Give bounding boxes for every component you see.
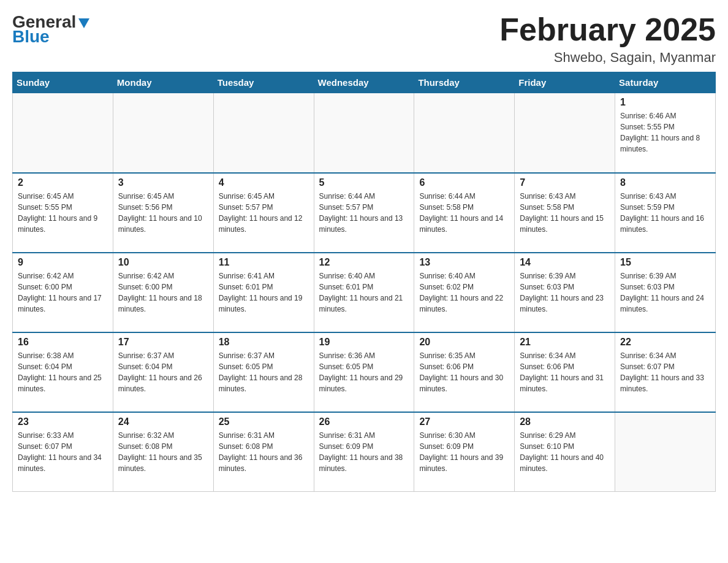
calendar-header-row: Sunday Monday Tuesday Wednesday Thursday… [13, 72, 716, 93]
table-row: 16Sunrise: 6:38 AMSunset: 6:04 PMDayligh… [13, 332, 113, 412]
page-header: General Blue February 2025 Shwebo, Sagai… [12, 12, 716, 66]
day-number: 12 [319, 257, 409, 268]
day-info: Sunrise: 6:45 AMSunset: 5:57 PMDaylight:… [219, 191, 309, 235]
table-row: 17Sunrise: 6:37 AMSunset: 6:04 PMDayligh… [113, 332, 213, 412]
table-row: 6Sunrise: 6:44 AMSunset: 5:58 PMDaylight… [414, 173, 515, 253]
day-number: 9 [18, 257, 108, 268]
table-row: 18Sunrise: 6:37 AMSunset: 6:05 PMDayligh… [213, 332, 314, 412]
table-row: 23Sunrise: 6:33 AMSunset: 6:07 PMDayligh… [13, 412, 113, 492]
table-row: 26Sunrise: 6:31 AMSunset: 6:09 PMDayligh… [314, 412, 414, 492]
day-info: Sunrise: 6:39 AMSunset: 6:03 PMDaylight:… [620, 270, 710, 315]
col-saturday: Saturday [615, 72, 716, 93]
day-number: 2 [18, 177, 108, 188]
day-info: Sunrise: 6:29 AMSunset: 6:10 PMDaylight:… [520, 430, 610, 474]
table-row: 1Sunrise: 6:46 AMSunset: 5:55 PMDaylight… [615, 93, 716, 173]
day-number: 1 [620, 97, 710, 108]
day-number: 19 [319, 337, 409, 348]
table-row: 9Sunrise: 6:42 AMSunset: 6:00 PMDaylight… [13, 253, 113, 332]
day-number: 13 [419, 257, 509, 268]
day-info: Sunrise: 6:34 AMSunset: 6:06 PMDaylight:… [520, 350, 610, 394]
day-info: Sunrise: 6:44 AMSunset: 5:58 PMDaylight:… [419, 191, 509, 235]
day-info: Sunrise: 6:40 AMSunset: 6:01 PMDaylight:… [319, 270, 409, 315]
day-info: Sunrise: 6:34 AMSunset: 6:07 PMDaylight:… [620, 350, 710, 394]
location-subtitle: Shwebo, Sagain, Myanmar [499, 50, 716, 66]
day-number: 22 [620, 337, 710, 348]
table-row: 3Sunrise: 6:45 AMSunset: 5:56 PMDaylight… [113, 173, 213, 253]
day-info: Sunrise: 6:35 AMSunset: 6:06 PMDaylight:… [419, 350, 509, 394]
day-number: 15 [620, 257, 710, 268]
day-number: 21 [520, 337, 610, 348]
day-info: Sunrise: 6:30 AMSunset: 6:09 PMDaylight:… [419, 430, 509, 474]
table-row [213, 93, 314, 173]
table-row: 20Sunrise: 6:35 AMSunset: 6:06 PMDayligh… [414, 332, 515, 412]
day-number: 5 [319, 177, 409, 188]
day-info: Sunrise: 6:41 AMSunset: 6:01 PMDaylight:… [219, 270, 309, 315]
day-number: 18 [219, 337, 309, 348]
day-info: Sunrise: 6:37 AMSunset: 6:05 PMDaylight:… [219, 350, 309, 394]
col-wednesday: Wednesday [314, 72, 414, 93]
day-info: Sunrise: 6:43 AMSunset: 5:59 PMDaylight:… [620, 191, 710, 235]
table-row: 7Sunrise: 6:43 AMSunset: 5:58 PMDaylight… [515, 173, 615, 253]
table-row: 15Sunrise: 6:39 AMSunset: 6:03 PMDayligh… [615, 253, 716, 332]
table-row: 13Sunrise: 6:40 AMSunset: 6:02 PMDayligh… [414, 253, 515, 332]
day-info: Sunrise: 6:37 AMSunset: 6:04 PMDaylight:… [118, 350, 208, 394]
table-row: 4Sunrise: 6:45 AMSunset: 5:57 PMDaylight… [213, 173, 314, 253]
col-thursday: Thursday [414, 72, 515, 93]
table-row: 21Sunrise: 6:34 AMSunset: 6:06 PMDayligh… [515, 332, 615, 412]
table-row: 14Sunrise: 6:39 AMSunset: 6:03 PMDayligh… [515, 253, 615, 332]
day-number: 10 [118, 257, 208, 268]
day-number: 7 [520, 177, 610, 188]
logo: General Blue [12, 12, 91, 47]
day-info: Sunrise: 6:31 AMSunset: 6:09 PMDaylight:… [319, 430, 409, 474]
day-number: 23 [18, 416, 108, 427]
day-number: 8 [620, 177, 710, 188]
day-number: 20 [419, 337, 509, 348]
day-number: 4 [219, 177, 309, 188]
table-row: 27Sunrise: 6:30 AMSunset: 6:09 PMDayligh… [414, 412, 515, 492]
day-info: Sunrise: 6:36 AMSunset: 6:05 PMDaylight:… [319, 350, 409, 394]
table-row: 22Sunrise: 6:34 AMSunset: 6:07 PMDayligh… [615, 332, 716, 412]
col-monday: Monday [113, 72, 213, 93]
day-info: Sunrise: 6:38 AMSunset: 6:04 PMDaylight:… [18, 350, 108, 394]
day-info: Sunrise: 6:42 AMSunset: 6:00 PMDaylight:… [18, 270, 108, 315]
table-row [515, 93, 615, 173]
table-row: 25Sunrise: 6:31 AMSunset: 6:08 PMDayligh… [213, 412, 314, 492]
day-number: 3 [118, 177, 208, 188]
day-info: Sunrise: 6:46 AMSunset: 5:55 PMDaylight:… [620, 110, 710, 155]
table-row: 5Sunrise: 6:44 AMSunset: 5:57 PMDaylight… [314, 173, 414, 253]
day-info: Sunrise: 6:44 AMSunset: 5:57 PMDaylight:… [319, 191, 409, 235]
table-row [414, 93, 515, 173]
day-info: Sunrise: 6:32 AMSunset: 6:08 PMDaylight:… [118, 430, 208, 474]
col-tuesday: Tuesday [213, 72, 314, 93]
day-info: Sunrise: 6:45 AMSunset: 5:55 PMDaylight:… [18, 191, 108, 235]
logo-triangle-icon [77, 16, 91, 29]
day-number: 11 [219, 257, 309, 268]
day-number: 27 [419, 416, 509, 427]
table-row [314, 93, 414, 173]
month-title: February 2025 [499, 12, 716, 47]
day-info: Sunrise: 6:31 AMSunset: 6:08 PMDaylight:… [219, 430, 309, 474]
day-info: Sunrise: 6:43 AMSunset: 5:58 PMDaylight:… [520, 191, 610, 235]
col-friday: Friday [515, 72, 615, 93]
day-number: 17 [118, 337, 208, 348]
logo-blue-text: Blue [12, 27, 50, 47]
day-info: Sunrise: 6:45 AMSunset: 5:56 PMDaylight:… [118, 191, 208, 235]
table-row: 10Sunrise: 6:42 AMSunset: 6:00 PMDayligh… [113, 253, 213, 332]
day-number: 26 [319, 416, 409, 427]
table-row: 8Sunrise: 6:43 AMSunset: 5:59 PMDaylight… [615, 173, 716, 253]
table-row: 11Sunrise: 6:41 AMSunset: 6:01 PMDayligh… [213, 253, 314, 332]
day-info: Sunrise: 6:42 AMSunset: 6:00 PMDaylight:… [118, 270, 208, 315]
table-row [113, 93, 213, 173]
day-number: 6 [419, 177, 509, 188]
calendar-table: Sunday Monday Tuesday Wednesday Thursday… [12, 72, 716, 492]
table-row [13, 93, 113, 173]
svg-marker-0 [78, 18, 89, 28]
day-number: 25 [219, 416, 309, 427]
day-number: 14 [520, 257, 610, 268]
table-row: 12Sunrise: 6:40 AMSunset: 6:01 PMDayligh… [314, 253, 414, 332]
table-row: 19Sunrise: 6:36 AMSunset: 6:05 PMDayligh… [314, 332, 414, 412]
table-row: 24Sunrise: 6:32 AMSunset: 6:08 PMDayligh… [113, 412, 213, 492]
table-row: 2Sunrise: 6:45 AMSunset: 5:55 PMDaylight… [13, 173, 113, 253]
day-number: 16 [18, 337, 108, 348]
table-row [615, 412, 716, 492]
